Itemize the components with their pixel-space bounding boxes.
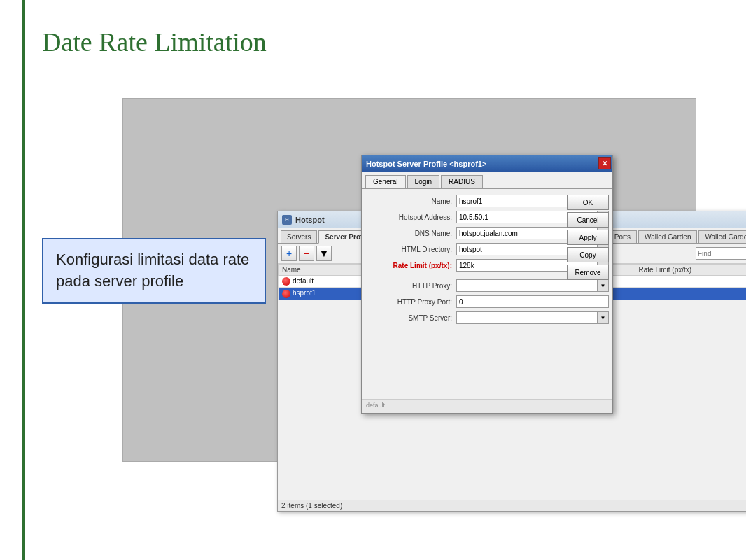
html-dir-label: HTML Directory:: [365, 246, 456, 253]
status-bar: 2 items (1 selected): [278, 500, 746, 511]
callout-text-line2: pada server profile: [56, 271, 252, 293]
tab-walled-garden[interactable]: Walled Garden: [638, 230, 697, 243]
cell-name: hsprof1: [279, 288, 369, 300]
callout-box: Konfigurasi limitasi data rate pada serv…: [42, 238, 266, 304]
http-proxy-port-label: HTTP Proxy Port:: [365, 298, 456, 306]
col-name: Name: [279, 265, 369, 276]
apply-button[interactable]: Apply: [567, 230, 609, 245]
copy-button[interactable]: Copy: [567, 247, 609, 262]
name-label: Name:: [365, 197, 456, 205]
hotspot-window-icon: H: [282, 215, 292, 225]
dialog-tab-general[interactable]: General: [365, 175, 406, 188]
profile-dialog: Hotspot Server Profile <hsprof1> ✕ Gener…: [361, 155, 613, 414]
cell-rate: [635, 288, 746, 300]
form-row-http-proxy: HTTP Proxy: ▼: [365, 279, 609, 292]
ok-button[interactable]: OK: [567, 195, 609, 210]
cancel-button[interactable]: Cancel: [567, 212, 609, 227]
col-rate-limit: Rate Limit (px/tx): [635, 265, 746, 276]
cell-rate: [635, 276, 746, 288]
http-proxy-input[interactable]: [456, 279, 598, 292]
cell-name: default: [279, 276, 369, 288]
rate-limit-label: Rate Limit (px/tx):: [365, 262, 456, 270]
dialog-tab-radius[interactable]: RADIUS: [441, 175, 483, 188]
hotspot-window-title: Hotspot: [295, 216, 325, 224]
left-accent-border: [22, 0, 25, 560]
smtp-server-dropdown[interactable]: ▼: [598, 312, 609, 324]
smtp-server-field: ▼: [456, 312, 609, 324]
slide-title: Date Rate Limitation: [42, 27, 267, 57]
smtp-server-input[interactable]: [456, 312, 598, 324]
dialog-footer: default: [362, 399, 612, 413]
dialog-tabs: General Login RADIUS: [362, 172, 612, 188]
form-row-http-proxy-port: HTTP Proxy Port:: [365, 295, 609, 308]
http-proxy-field: ▼: [456, 279, 609, 292]
smtp-server-label: SMTP Server:: [365, 314, 456, 322]
dialog-close-button[interactable]: ✕: [598, 157, 611, 169]
remove-button[interactable]: −: [299, 246, 314, 261]
dialog-tab-login[interactable]: Login: [407, 175, 439, 188]
remove-button[interactable]: Remove: [567, 265, 609, 280]
filter-button[interactable]: ▼: [316, 246, 332, 261]
row-icon: [282, 277, 290, 286]
hotspot-address-label: Hotspot Address:: [365, 214, 456, 221]
http-proxy-port-input[interactable]: [456, 295, 609, 308]
form-row-smtp-server: SMTP Server: ▼: [365, 312, 609, 324]
callout-text-line1: Konfigurasi limitasi data rate: [56, 249, 252, 271]
dialog-titlebar: Hotspot Server Profile <hsprof1> ✕: [362, 155, 612, 172]
add-button[interactable]: +: [281, 246, 297, 261]
dialog-actions: OK Cancel Apply Copy Remove: [567, 195, 609, 280]
http-proxy-label: HTTP Proxy:: [365, 282, 456, 290]
tab-walled-garden-ip-list[interactable]: Walled Garden IP List: [698, 230, 746, 243]
dns-name-label: DNS Name:: [365, 230, 456, 237]
row-icon: [282, 290, 290, 298]
find-input[interactable]: [696, 247, 746, 260]
http-proxy-dropdown[interactable]: ▼: [598, 279, 609, 292]
find-area: ▼: [696, 247, 746, 260]
tab-servers[interactable]: Servers: [281, 230, 317, 243]
dialog-title: Hotspot Server Profile <hsprof1>: [366, 160, 486, 168]
